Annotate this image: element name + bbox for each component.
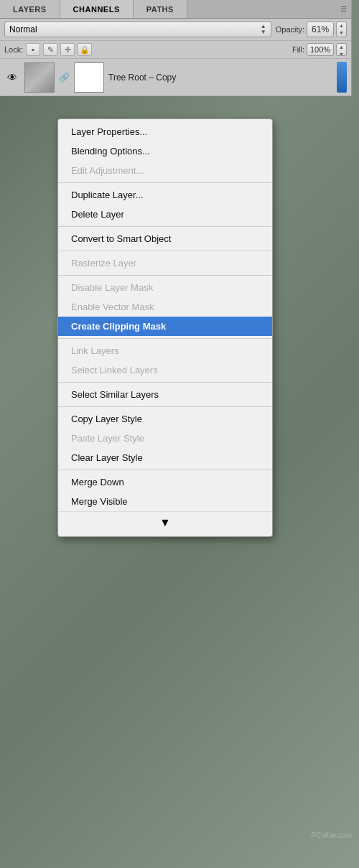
panel-menu-button[interactable]: ☰ (335, 0, 351, 18)
layer-mask-thumbnail (74, 62, 104, 93)
menu-item-disable-layer-mask: Disable Layer Mask (58, 278, 272, 297)
layer-thumbnail (24, 62, 55, 93)
menu-item-select-linked-layers: Select Linked Layers (58, 360, 272, 380)
blend-mode-value: Normal (9, 24, 37, 34)
menu-item-delete-layer[interactable]: Delete Layer (58, 205, 272, 224)
context-menu: Layer Properties...Blending Options...Ed… (57, 118, 273, 537)
menu-separator (58, 470, 272, 470)
menu-scroll-down[interactable]: ▼ (58, 511, 272, 533)
menu-item-merge-down[interactable]: Merge Down (58, 472, 272, 492)
menu-item-rasterize-layer: Rasterize Layer (58, 253, 272, 273)
watermark: PColine.com (311, 831, 352, 839)
layers-panel: LAYERS CHANNELS PATHS ☰ Normal ▲ ▼ Opaci… (0, 0, 352, 96)
tab-bar: LAYERS CHANNELS PATHS ☰ (0, 0, 351, 19)
layer-link-icon: 🔗 (59, 73, 70, 83)
menu-separator (58, 251, 272, 251)
opacity-stepper[interactable]: ▲ ▼ (336, 22, 347, 37)
menu-separator (58, 406, 272, 407)
tab-layers[interactable]: LAYERS (0, 0, 60, 18)
fill-stepper[interactable]: ▲ ▼ (336, 43, 347, 56)
menu-item-convert-to-smart-object[interactable]: Convert to Smart Object (58, 229, 272, 248)
blend-mode-select[interactable]: Normal ▲ ▼ (4, 22, 271, 37)
fill-label: Fill: (292, 45, 304, 54)
fill-group: Fill: 100% ▲ ▼ (292, 43, 347, 56)
layer-row: 👁 🔗 Tree Root – Copy (0, 59, 351, 96)
tab-paths[interactable]: PATHS (134, 0, 187, 18)
lock-image-button[interactable]: ✎ (43, 43, 57, 56)
layer-visibility-toggle[interactable]: 👁 (4, 70, 20, 85)
lock-pixels-button[interactable]: ▪ (26, 43, 40, 56)
menu-separator (58, 382, 272, 383)
layer-name: Tree Root – Copy (108, 73, 332, 83)
menu-item-copy-layer-style[interactable]: Copy Layer Style (58, 409, 272, 429)
fill-input[interactable]: 100% (307, 43, 334, 56)
tab-channels[interactable]: CHANNELS (60, 0, 134, 18)
blend-mode-row: Normal ▲ ▼ Opacity: 61% ▲ ▼ (0, 19, 351, 41)
blend-mode-arrows: ▲ ▼ (261, 24, 266, 35)
layer-scroll-indicator (337, 62, 347, 93)
menu-item-create-clipping-mask[interactable]: Create Clipping Mask (58, 317, 272, 336)
menu-item-enable-vector-mask: Enable Vector Mask (58, 297, 272, 317)
menu-separator (58, 338, 272, 339)
menu-item-clear-layer-style[interactable]: Clear Layer Style (58, 448, 272, 467)
lock-all-button[interactable]: 🔒 (78, 43, 92, 56)
menu-separator (58, 182, 272, 183)
menu-separator (58, 275, 272, 276)
opacity-input[interactable]: 61% (307, 22, 334, 37)
opacity-group: Opacity: 61% ▲ ▼ (276, 22, 347, 37)
menu-item-duplicate-layer-[interactable]: Duplicate Layer... (58, 185, 272, 205)
menu-separator (58, 226, 272, 227)
opacity-label: Opacity: (276, 25, 304, 34)
menu-item-select-similar-layers[interactable]: Select Similar Layers (58, 385, 272, 404)
menu-item-paste-layer-style: Paste Layer Style (58, 429, 272, 448)
menu-item-blending-options-[interactable]: Blending Options... (58, 141, 272, 161)
menu-item-layer-properties-[interactable]: Layer Properties... (58, 122, 272, 141)
menu-item-edit-adjustment-: Edit Adjustment... (58, 161, 272, 180)
lock-label: Lock: (4, 45, 23, 54)
menu-item-merge-visible[interactable]: Merge Visible (58, 492, 272, 511)
lock-row: Lock: ▪ ✎ ✛ 🔒 Fill: 100% ▲ ▼ (0, 41, 351, 59)
lock-position-button[interactable]: ✛ (60, 43, 75, 56)
menu-item-link-layers: Link Layers (58, 341, 272, 360)
